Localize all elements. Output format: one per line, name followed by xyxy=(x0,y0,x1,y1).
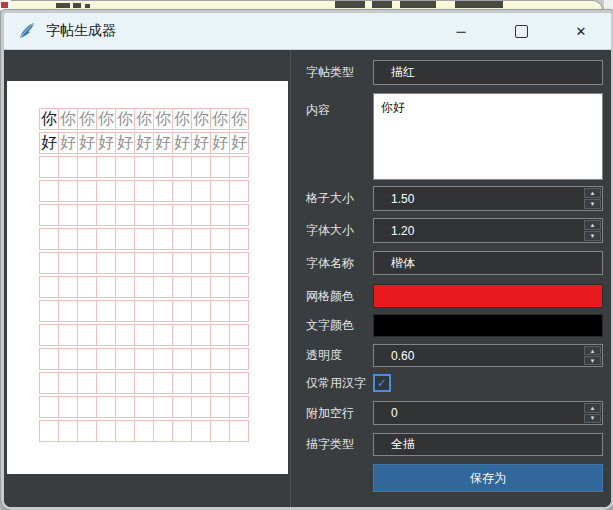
grid-cell: 你 xyxy=(96,108,116,130)
grid-cell xyxy=(191,348,211,370)
grid-cell xyxy=(191,324,211,346)
spin-down-button[interactable]: ▼ xyxy=(584,199,601,209)
grid-cell xyxy=(172,420,192,442)
grid-cell xyxy=(229,348,249,370)
grid-cell xyxy=(210,276,230,298)
practice-character: 好 xyxy=(231,135,247,151)
grid-cell: 你 xyxy=(39,108,59,130)
grid-cell xyxy=(153,324,173,346)
spinner-buttons: ▲ ▼ xyxy=(584,403,601,423)
close-icon: ✕ xyxy=(576,24,587,39)
copybook-type-value: 描红 xyxy=(391,64,415,81)
titlebar[interactable]: 字帖生成器 ─ ✕ xyxy=(4,13,611,50)
spin-up-button[interactable]: ▲ xyxy=(584,188,601,198)
background-text-fragment xyxy=(335,1,365,8)
grid-cell xyxy=(153,372,173,394)
grid-cell xyxy=(96,180,116,202)
grid-cell xyxy=(191,204,211,226)
grid-cell xyxy=(153,420,173,442)
spin-down-button[interactable]: ▼ xyxy=(584,356,601,365)
save-button[interactable]: 保存为 xyxy=(373,464,603,492)
font-name-input[interactable]: 楷体 xyxy=(373,251,603,275)
spin-up-button[interactable]: ▲ xyxy=(584,220,601,230)
grid-cell xyxy=(77,372,97,394)
background-window-sliver xyxy=(0,0,603,10)
spin-down-button[interactable]: ▼ xyxy=(584,231,601,241)
maximize-button[interactable] xyxy=(491,13,551,49)
copybook-type-input[interactable]: 描红 xyxy=(373,60,603,85)
grid-row xyxy=(39,252,249,274)
grid-cell xyxy=(115,180,135,202)
minimize-button[interactable]: ─ xyxy=(431,13,491,49)
grid-cell xyxy=(134,348,154,370)
grid-cell xyxy=(210,348,230,370)
background-text-fragment xyxy=(56,3,70,8)
grid-size-spinbox[interactable]: 1.50 ▲ ▼ xyxy=(373,186,603,211)
grid-cell: 你 xyxy=(191,108,211,130)
form-row-font-size: 字体大小 1.20 ▲ ▼ xyxy=(306,218,603,243)
grid-row xyxy=(39,300,249,322)
grid-cell xyxy=(172,348,192,370)
grid-cell xyxy=(153,300,173,322)
grid-cell: 你 xyxy=(77,108,97,130)
grid-cell xyxy=(39,252,59,274)
grid-cell: 好 xyxy=(96,132,116,154)
grid-color-label: 网格颜色 xyxy=(306,288,373,305)
spin-down-icon: ▼ xyxy=(590,415,596,421)
grid-cell xyxy=(229,252,249,274)
practice-character: 好 xyxy=(79,135,95,151)
grid-cell xyxy=(77,252,97,274)
form-row-text-color: 文字颜色 xyxy=(306,314,603,337)
opacity-label: 透明度 xyxy=(306,347,373,364)
grid-cell xyxy=(96,348,116,370)
grid-cell xyxy=(96,204,116,226)
form-row-extra-blank-lines: 附加空行 0 ▲ ▼ xyxy=(306,401,603,425)
grid-cell: 好 xyxy=(115,132,135,154)
grid-cell xyxy=(77,300,97,322)
opacity-value: 0.60 xyxy=(391,349,414,363)
grid-cell xyxy=(77,228,97,250)
text-color-swatch[interactable] xyxy=(373,314,603,337)
grid-cell xyxy=(96,276,116,298)
window-controls: ─ ✕ xyxy=(431,13,611,49)
minimize-icon: ─ xyxy=(456,24,465,39)
grid-size-value: 1.50 xyxy=(391,192,414,206)
trace-type-input[interactable]: 全描 xyxy=(373,433,603,456)
grid-cell xyxy=(191,276,211,298)
grid-cell: 你 xyxy=(210,108,230,130)
checkmark-icon: ✓ xyxy=(377,376,387,390)
close-button[interactable]: ✕ xyxy=(551,13,611,49)
grid-cell xyxy=(77,396,97,418)
grid-cell xyxy=(115,228,135,250)
settings-panel: 字帖类型 描红 内容 你好 格子大小 1.50 xyxy=(290,50,611,507)
spin-up-button[interactable]: ▲ xyxy=(584,403,601,413)
form-row-copybook-type: 字帖类型 描红 xyxy=(306,60,603,85)
grid-cell xyxy=(134,228,154,250)
opacity-spinbox[interactable]: 0.60 ▲ ▼ xyxy=(373,344,603,367)
grid-cell xyxy=(229,372,249,394)
grid-cell xyxy=(210,300,230,322)
spin-up-button[interactable]: ▲ xyxy=(584,346,601,355)
grid-cell xyxy=(153,252,173,274)
grid-cell xyxy=(58,324,78,346)
grid-cell xyxy=(115,252,135,274)
grid-cell xyxy=(96,324,116,346)
content-textarea[interactable]: 你好 xyxy=(373,93,603,180)
common-only-checkbox[interactable]: ✓ xyxy=(373,374,391,392)
form-row-opacity: 透明度 0.60 ▲ ▼ xyxy=(306,344,603,367)
grid-row xyxy=(39,396,249,418)
grid-color-swatch[interactable] xyxy=(373,284,603,308)
grid-cell xyxy=(210,420,230,442)
grid-cell xyxy=(39,180,59,202)
grid-cell: 好 xyxy=(229,132,249,154)
font-size-spinbox[interactable]: 1.20 ▲ ▼ xyxy=(373,218,603,243)
grid-cell xyxy=(39,228,59,250)
form-row-grid-size: 格子大小 1.50 ▲ ▼ xyxy=(306,186,603,211)
practice-character: 你 xyxy=(41,111,57,127)
grid-row xyxy=(39,348,249,370)
form-row-font-name: 字体名称 楷体 xyxy=(306,251,603,275)
desktop-background: 字帖生成器 ─ ✕ 你你你你你你你你你你你好好好好好好好好好好好 字帖类型 描红 xyxy=(0,0,613,510)
extra-blank-lines-spinbox[interactable]: 0 ▲ ▼ xyxy=(373,401,603,425)
spin-down-button[interactable]: ▼ xyxy=(584,414,601,424)
grid-cell xyxy=(210,228,230,250)
